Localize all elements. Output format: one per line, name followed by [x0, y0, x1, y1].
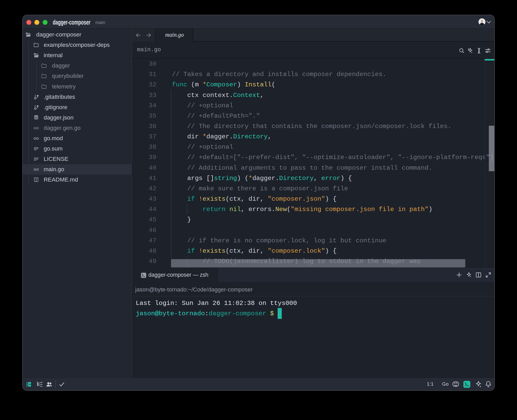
- svg-text:GO: GO: [34, 126, 39, 130]
- svg-text:GO: GO: [34, 168, 39, 171]
- svg-text:GO: GO: [34, 137, 39, 140]
